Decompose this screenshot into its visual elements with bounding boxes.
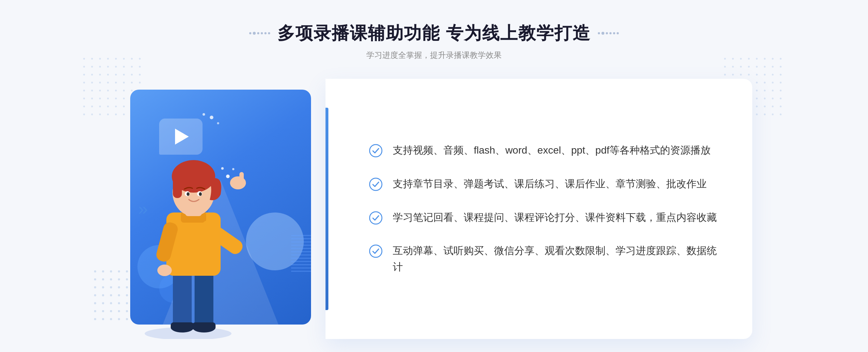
accent-bar — [326, 108, 328, 310]
person-illustration — [130, 129, 260, 339]
check-circle-icon — [369, 177, 383, 191]
svg-rect-2 — [195, 270, 213, 328]
svg-rect-6 — [192, 322, 216, 330]
title-section: 多项录播课辅助功能 专为线上教学打造 学习进度全掌握，提升录播课教学效果 — [249, 22, 618, 61]
svg-point-23 — [221, 167, 224, 170]
svg-rect-4 — [171, 322, 194, 330]
stripe-rect — [291, 234, 311, 274]
content-area: » — [116, 79, 752, 339]
feature-item-4: 互动弹幕、试听购买、微信分享、观看次数限制、学习进度跟踪、数据统计 — [369, 243, 723, 275]
svg-point-25 — [370, 145, 382, 157]
sub-title: 学习进度全掌握，提升录播课教学效果 — [249, 50, 618, 61]
svg-rect-17 — [173, 176, 182, 198]
feature-text-3: 学习笔记回看、课程提问、课程评论打分、课件资料下载，重点内容收藏 — [393, 210, 717, 226]
svg-rect-1 — [173, 270, 192, 328]
feature-text-4: 互动弹幕、试听购买、微信分享、观看次数限制、学习进度跟踪、数据统计 — [393, 243, 723, 275]
title-decoration: 多项录播课辅助功能 专为线上教学打造 — [249, 22, 618, 45]
sparkle-3 — [203, 113, 205, 116]
svg-point-21 — [199, 192, 202, 196]
right-panel: 支持视频、音频、flash、word、excel、ppt、pdf等各种格式的资源… — [326, 79, 752, 339]
feature-text-2: 支持章节目录、弹题考试、课后练习、课后作业、章节测验、批改作业 — [393, 176, 707, 192]
svg-point-22 — [226, 175, 230, 178]
svg-point-24 — [232, 168, 234, 170]
sparkle-2 — [217, 122, 219, 124]
left-chevron-deco: » — [138, 202, 148, 216]
check-circle-icon — [369, 244, 383, 258]
feature-list: 支持视频、音频、flash、word、excel、ppt、pdf等各种格式的资源… — [369, 142, 723, 275]
sparkle-1 — [210, 116, 213, 119]
main-title: 多项录播课辅助功能 专为线上教学打造 — [277, 22, 590, 45]
svg-rect-11 — [239, 172, 244, 187]
svg-point-13 — [157, 265, 172, 276]
feature-item-3: 学习笔记回看、课程提问、课程评论打分、课件资料下载，重点内容收藏 — [369, 210, 723, 226]
check-circle-icon — [369, 211, 383, 225]
title-deco-left — [249, 32, 270, 35]
page-container: 多项录播课辅助功能 专为线上教学打造 学习进度全掌握，提升录播课教学效果 » — [0, 0, 868, 352]
title-deco-right — [598, 32, 619, 35]
feature-item-1: 支持视频、音频、flash、word、excel、ppt、pdf等各种格式的资源… — [369, 142, 723, 159]
svg-point-20 — [187, 192, 190, 196]
svg-point-27 — [370, 212, 382, 224]
check-circle-icon — [369, 144, 383, 158]
stripe-rect-inner — [291, 234, 311, 274]
svg-point-28 — [370, 245, 382, 257]
feature-item-2: 支持章节目录、弹题考试、课后练习、课后作业、章节测验、批改作业 — [369, 176, 723, 192]
feature-text-1: 支持视频、音频、flash、word、excel、ppt、pdf等各种格式的资源… — [393, 142, 711, 159]
svg-point-26 — [370, 178, 382, 190]
